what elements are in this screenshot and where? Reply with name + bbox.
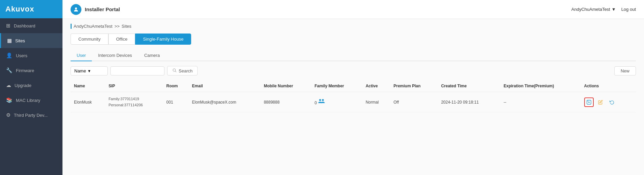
sidebar-item-upgrade[interactable]: ☁ Upgrade [0,78,62,93]
mac-library-icon: 📚 [6,97,12,103]
topbar-left: Installer Portal [71,4,120,15]
cell-actions [581,92,636,112]
chevron-down-icon: ▾ [88,68,91,73]
breadcrumb: AndyChuAmetaTest >> Sites [71,24,636,29]
search-button[interactable]: Search [167,66,198,75]
col-premium-plan: Premium Plan [390,80,438,92]
logo: Akuvox [0,0,62,18]
sidebar-item-label: Sites [15,38,25,43]
col-email: Email [189,80,261,92]
portal-title: Installer Portal [85,6,120,12]
cell-name: ElonMusk [71,92,105,112]
filter-row: Name ▾ Search New [71,66,636,75]
third-party-icon: ⚙ [6,112,10,118]
svg-point-4 [322,99,324,101]
cell-sip: Family:377011419 Personal:377114206 [105,92,163,112]
dashboard-icon: ⊞ [6,23,10,29]
reset-button[interactable] [607,97,617,107]
sip-family: Family:377011419 [108,96,159,102]
page-content: AndyChuAmetaTest >> Sites Community Offi… [62,19,644,175]
upgrade-icon: ☁ [6,82,11,88]
username-label: AndyChuAmetaTest [571,7,610,12]
col-family-member: Family Member [311,80,362,92]
col-room: Room [163,80,189,92]
action-icons [584,97,633,107]
sidebar-item-third-party[interactable]: ⚙ Third Party Dev... [0,108,62,123]
sidebar: Akuvox ⊞ Dashboard ▦ Sites 👤 Users 🔧 Fir… [0,0,62,175]
family-member-count: 0 [314,101,317,105]
sidebar-item-users[interactable]: 👤 Users [0,48,62,63]
avatar [71,4,81,15]
main-content: Installer Portal AndyChuAmetaTest ▼ Log … [62,0,644,175]
svg-point-1 [173,69,176,71]
remote-open-button[interactable] [584,97,594,107]
tab-user[interactable]: User [71,50,92,61]
user-menu[interactable]: AndyChuAmetaTest ▼ [571,7,616,12]
col-created-time: Created Time [438,80,500,92]
sip-personal: Personal:377114206 [108,102,159,108]
filter-select-label: Name [74,68,86,73]
cell-created-time: 2024-11-20 09:18:11 [438,92,500,112]
cell-family-member: 0 [311,92,362,112]
tab-single-family[interactable]: Single-Family House [135,34,191,45]
family-member-icon [318,99,325,106]
svg-point-0 [75,7,77,9]
sidebar-item-sites[interactable]: ▦ Sites [0,33,62,48]
sub-tabs: User Intercom Devices Camera [71,50,636,61]
col-actions: Actions [581,80,636,92]
sidebar-item-label: Firmware [16,68,34,73]
svg-point-6 [587,101,588,101]
sidebar-item-label: Dashboard [14,23,35,28]
sidebar-item-label: Users [16,53,27,58]
users-table: Name SIP Room Email Mobile Number Family… [71,80,636,112]
col-active: Active [362,80,390,92]
cell-mobile: 8889888 [260,92,311,112]
tab-office[interactable]: Office [108,34,135,45]
cell-premium-plan: Off [390,92,438,112]
topbar: Installer Portal AndyChuAmetaTest ▼ Log … [62,0,644,19]
table-header: Name SIP Room Email Mobile Number Family… [71,80,636,92]
sidebar-item-label: MAC Library [16,98,40,103]
users-icon: 👤 [6,52,12,59]
cell-room: 001 [163,92,189,112]
sidebar-item-dashboard[interactable]: ⊞ Dashboard [0,18,62,33]
tab-community[interactable]: Community [71,34,108,45]
brand-name: Akuvox [5,5,34,14]
sidebar-item-mac-library[interactable]: 📚 MAC Library [0,93,62,108]
svg-point-3 [319,99,321,101]
sidebar-item-label: Third Party Dev... [14,113,48,118]
cell-active: Normal [362,92,390,112]
new-button[interactable]: New [614,66,636,75]
breadcrumb-account: AndyChuAmetaTest [74,24,112,29]
col-sip: SIP [105,80,163,92]
table-row: ElonMusk Family:377011419 Personal:37711… [71,92,636,112]
cell-expiration-time: -- [500,92,581,112]
sites-icon: ▦ [7,38,12,44]
search-label: Search [179,68,192,73]
breadcrumb-page: Sites [122,24,131,29]
site-type-tabs: Community Office Single-Family House [71,34,636,45]
col-mobile: Mobile Number [260,80,311,92]
search-icon [172,68,177,73]
sidebar-item-label: Upgrade [15,83,31,88]
firmware-icon: 🔧 [6,67,12,73]
col-name: Name [71,80,105,92]
breadcrumb-separator: >> [114,24,120,29]
cell-email: ElonMusk@spaceX.com [189,92,261,112]
filter-input[interactable] [110,66,164,75]
topbar-right: AndyChuAmetaTest ▼ Log out [571,7,636,12]
filter-select[interactable]: Name ▾ [71,66,108,75]
svg-line-2 [175,71,176,72]
edit-button[interactable] [596,97,605,107]
logout-button[interactable]: Log out [621,7,636,12]
tab-intercom-devices[interactable]: Intercom Devices [92,50,138,61]
col-expiration-time: Expiration Time(Premium) [500,80,581,92]
sidebar-item-firmware[interactable]: 🔧 Firmware [0,63,62,78]
dropdown-icon: ▼ [612,7,616,12]
tab-camera[interactable]: Camera [138,50,166,61]
